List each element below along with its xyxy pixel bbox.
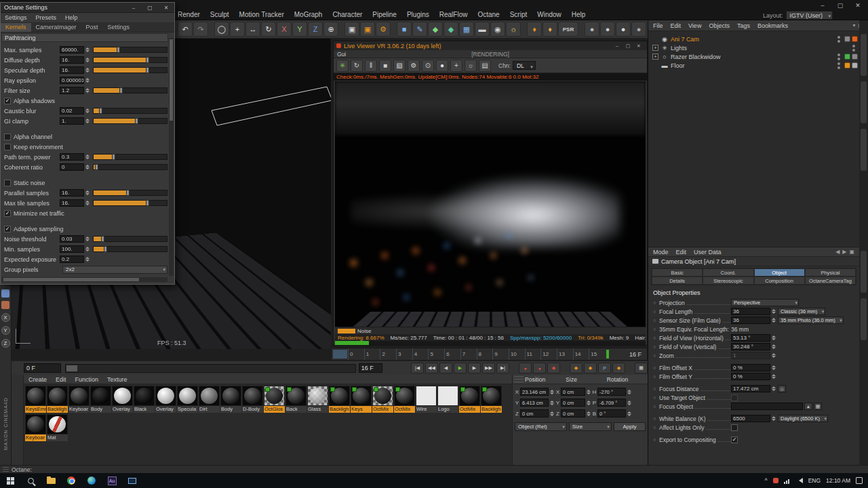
timeline-playhead[interactable] — [333, 350, 347, 359]
keyframe-dot[interactable]: ○ — [653, 318, 659, 323]
spinner[interactable] — [771, 364, 776, 371]
maximize-button[interactable]: ▢ — [623, 42, 633, 50]
attr-tab-composition[interactable]: Composition — [754, 277, 805, 285]
slider-handle[interactable] — [104, 246, 107, 252]
material-item[interactable]: D-Body — [242, 386, 263, 413]
prev-frame-button[interactable]: ◀ — [439, 363, 452, 373]
frame-tick[interactable]: 13 — [557, 348, 573, 360]
subdivision-surface-icon[interactable]: ◆ — [428, 22, 443, 37]
octane-menu-settings[interactable]: Settings — [5, 14, 27, 21]
render-dot[interactable] — [852, 49, 855, 52]
focus-pick-icon[interactable]: ◎ — [778, 385, 786, 392]
frame-tick[interactable]: 12 — [540, 348, 557, 360]
mat-menu-function[interactable]: Function — [75, 376, 99, 383]
group-pixels-dropdown[interactable]: 2x2 — [62, 266, 167, 274]
slider-handle[interactable] — [101, 236, 104, 242]
rotation-h-field[interactable]: -270 ° — [597, 388, 626, 396]
octane-settings-window[interactable]: Octane Settings –▢✕ SettingsPresetsHelp … — [0, 2, 175, 285]
material-item[interactable]: Back — [285, 386, 307, 413]
frame-tick[interactable]: 10 — [509, 348, 525, 360]
brush-icon[interactable] — [1, 301, 9, 309]
material-item[interactable]: Overlay — [112, 386, 133, 413]
frame-tick[interactable]: 11 — [525, 348, 541, 360]
spinner[interactable] — [85, 256, 90, 263]
keyframe-dot[interactable]: ○ — [653, 309, 659, 314]
gui-menu[interactable]: Gui — [337, 51, 346, 58]
material-thumbnail[interactable] — [372, 386, 393, 406]
slider-handle[interactable] — [119, 87, 123, 94]
am-menu-user-data[interactable]: User Data — [694, 249, 722, 256]
material-item[interactable]: Mat — [47, 414, 68, 441]
coordinate-system-icon[interactable]: ⊕ — [323, 22, 338, 37]
material-item[interactable]: Wire — [416, 386, 437, 413]
adaptive-sampling-checkbox[interactable]: ✓ — [4, 226, 11, 232]
back-icon[interactable]: ◀ — [835, 249, 840, 255]
projection-dropdown[interactable]: Perspective — [731, 299, 799, 306]
gi-clamp-slider[interactable] — [93, 118, 167, 124]
field-of-view-vertical-field[interactable]: 30.248 ° — [731, 343, 770, 350]
render-dot[interactable] — [837, 58, 840, 60]
menu-window[interactable]: Window — [537, 11, 561, 18]
record-scale-button[interactable]: ◆ — [584, 363, 597, 373]
spinner[interactable] — [85, 77, 90, 84]
panel-tab[interactable] — [861, 81, 867, 123]
material-thumbnail[interactable] — [112, 386, 133, 406]
primitive-cube-icon[interactable]: ■ — [397, 22, 412, 37]
om-menu-edit[interactable]: Edit — [671, 22, 682, 29]
frame-tick[interactable]: 3 — [396, 348, 412, 360]
visible-dot[interactable] — [852, 45, 855, 47]
axis-x-button[interactable]: X — [1, 313, 10, 322]
material-thumbnail[interactable] — [329, 386, 350, 406]
object-row-floor[interactable]: ▬Floor — [648, 61, 859, 70]
material-sphere-4-icon[interactable]: ● — [631, 22, 646, 37]
spinner[interactable] — [85, 199, 90, 207]
min-samples-slider[interactable] — [93, 246, 167, 252]
material-thumbnail[interactable] — [25, 386, 46, 406]
tray-expand-icon[interactable]: ^ — [764, 477, 767, 484]
spinner[interactable] — [586, 410, 591, 418]
render-dot[interactable] — [837, 66, 840, 69]
browser-button[interactable] — [81, 473, 102, 488]
spinner[interactable] — [771, 415, 776, 422]
texture-tag[interactable] — [852, 62, 858, 68]
mat-menu-texture[interactable]: Texture — [107, 376, 127, 383]
field-of-view-horizontal-field[interactable]: 53.13 ° — [731, 334, 770, 342]
region-render[interactable]: ▧ — [393, 60, 406, 72]
forward-icon[interactable]: ▶ — [842, 249, 846, 255]
octane-menu-presets[interactable]: Presets — [36, 14, 57, 21]
panel-tab[interactable] — [861, 129, 867, 171]
range-slider-handle[interactable] — [66, 365, 77, 371]
material-thumbnail[interactable] — [459, 386, 480, 406]
frame-tick[interactable]: 9 — [492, 348, 509, 360]
octane-menu-help[interactable]: Help — [65, 14, 78, 21]
attr-tab-physical[interactable]: Physical — [805, 268, 856, 277]
frame-tick[interactable]: 0 — [348, 348, 364, 360]
coord-size-dropdown[interactable]: Size — [569, 422, 612, 431]
object-row-ani-7-cam[interactable]: ◉Ani 7 Cam — [648, 35, 859, 43]
next-frame-button[interactable]: ▶ — [468, 363, 481, 373]
material-thumbnail[interactable] — [134, 386, 155, 406]
material-item[interactable]: Specula — [177, 386, 198, 413]
minimize-button[interactable]: – — [814, 0, 831, 10]
render-view-icon[interactable]: ▣ — [344, 22, 359, 37]
material-thumbnail[interactable] — [68, 386, 90, 406]
om-menu-objects[interactable]: Objects — [709, 22, 730, 29]
material-thumbnail[interactable] — [481, 386, 502, 406]
redo-icon[interactable]: ↷ — [193, 22, 208, 37]
spinner[interactable] — [771, 343, 776, 350]
tray-app-icon[interactable] — [773, 478, 778, 483]
material-item[interactable]: OctMix — [372, 386, 393, 413]
search-button[interactable] — [20, 473, 41, 488]
menu-realflow[interactable]: RealFlow — [439, 11, 468, 18]
filter-size-slider[interactable] — [93, 87, 167, 94]
material-thumbnail[interactable] — [25, 414, 46, 434]
spinner[interactable] — [85, 235, 90, 243]
octane-settings-titlebar[interactable]: Octane Settings –▢✕ — [1, 3, 174, 13]
spinner[interactable] — [85, 245, 90, 253]
camera-object-icon[interactable]: ◉ — [490, 22, 505, 37]
octane-tab-kernels[interactable]: Kernels — [1, 23, 31, 32]
coherent-ratio-slider[interactable] — [93, 164, 167, 170]
keyframe-dot[interactable]: ○ — [653, 425, 659, 430]
keyframe-dot[interactable]: ○ — [653, 437, 659, 442]
am-menu-edit[interactable]: Edit — [676, 249, 687, 256]
